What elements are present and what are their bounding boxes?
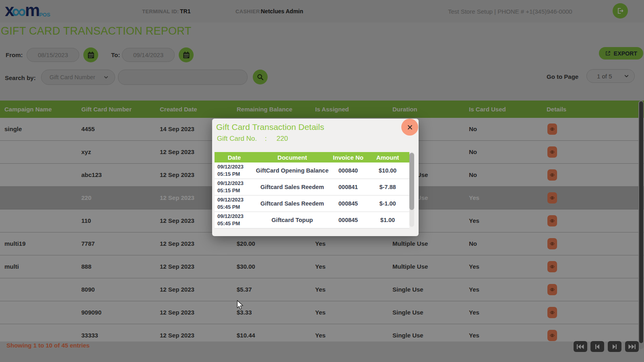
col-amount: Amount: [366, 152, 409, 162]
txn-time-line2: 05:15 PM: [217, 171, 254, 178]
txn-document: GiftCard Opening Balance: [254, 162, 330, 179]
txn-invoice: 000840: [330, 162, 366, 179]
txn-amount: $1.00: [366, 212, 409, 228]
txn-time-line2: 05:15 PM: [217, 187, 254, 194]
transaction-row: 09/12/202305:15 PM Giftcard Sales Reedem…: [215, 179, 409, 195]
txn-date-line1: 09/12/2023: [217, 163, 254, 171]
modal-scrollbar-thumb[interactable]: [409, 153, 414, 210]
txn-date: 09/12/202305:45 PM: [215, 212, 254, 228]
col-invoice-no: Invoice No: [330, 152, 366, 162]
transaction-row: 09/12/202305:45 PM Giftcard Topup 000845…: [215, 212, 409, 228]
txn-document: Giftcard Sales Reedem: [254, 195, 330, 212]
txn-time-line2: 05:45 PM: [217, 220, 254, 227]
txn-date: 09/12/202305:15 PM: [215, 162, 254, 179]
txn-invoice: 000845: [330, 212, 366, 228]
txn-invoice: 000845: [330, 195, 366, 212]
gift-card-details-modal: Gift Card Transaction Details Gift Card …: [212, 119, 419, 236]
txn-time-line2: 05:45 PM: [217, 204, 254, 211]
transaction-row: 09/12/202305:15 PM GiftCard Opening Bala…: [215, 162, 409, 179]
close-icon: [406, 123, 414, 131]
transaction-table-header: Date Document Invoice No Amount: [215, 152, 409, 162]
col-date: Date: [215, 152, 254, 162]
txn-date-line1: 09/12/2023: [217, 180, 254, 187]
modal-title: Gift Card Transaction Details: [216, 122, 324, 132]
txn-date-line1: 09/12/2023: [217, 213, 254, 220]
txn-invoice: 000841: [330, 179, 366, 195]
transaction-row: 09/12/202305:45 PM Giftcard Sales Reedem…: [215, 195, 409, 212]
transaction-table: Date Document Invoice No Amount 09/12/20…: [215, 152, 409, 228]
txn-document: Giftcard Sales Reedem: [254, 179, 330, 195]
gift-card-no-value: 220: [277, 135, 288, 143]
gift-card-no-separator: :: [265, 135, 267, 143]
txn-amount: $-1.00: [366, 195, 409, 212]
col-document: Document: [254, 152, 330, 162]
txn-document: Giftcard Topup: [254, 212, 330, 228]
modal-close-button[interactable]: [401, 119, 418, 136]
modal-scrollbar-track: [409, 152, 414, 227]
txn-date: 09/12/202305:45 PM: [215, 195, 254, 212]
txn-date-line1: 09/12/2023: [217, 196, 254, 204]
gift-card-no-label: Gift Card No.: [217, 135, 257, 143]
txn-amount: $-7.88: [366, 179, 409, 195]
txn-date: 09/12/202305:15 PM: [215, 179, 254, 195]
app-window: x ∞ m POS TERMINAL ID: TR1 CASHIER: Netc…: [0, 0, 644, 362]
txn-amount: $10.00: [366, 162, 409, 179]
